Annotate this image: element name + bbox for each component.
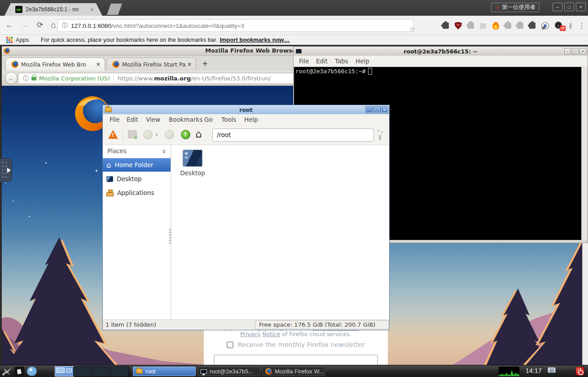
back-button[interactable]: ← (4, 20, 15, 31)
close-button[interactable]: × (576, 3, 586, 11)
close-button[interactable]: × (579, 48, 586, 54)
apps-label[interactable]: Apps (16, 36, 29, 43)
back-button[interactable] (143, 130, 153, 139)
menu-edit[interactable]: Edit (316, 58, 328, 65)
extension-icon[interactable] (517, 22, 523, 29)
address-bar[interactable]: ⓘ 127.0.0.1:6080 /vnc.html?autoconnect=1… (57, 19, 414, 32)
extension-icon[interactable] (529, 22, 535, 29)
menu-go[interactable]: Go (204, 116, 213, 123)
file-manager-titlebar[interactable]: root – □ × (103, 105, 389, 114)
history-dropdown-icon[interactable]: ∨ (155, 132, 158, 137)
email-input[interactable] (214, 355, 378, 365)
privacy-link[interactable]: Privacy (240, 331, 260, 337)
sidebar-item-home[interactable]: ⌂ Home Folder (103, 158, 171, 172)
task-button-filemanager[interactable]: root (133, 367, 196, 376)
tab-close-icon[interactable]: × (96, 61, 101, 67)
app-menu-button[interactable] (2, 367, 12, 376)
taskbar-clock[interactable]: 14:17 (526, 367, 542, 374)
place-label: Desktop (117, 175, 142, 182)
minimize-button[interactable]: – (553, 3, 562, 11)
extension-icon[interactable] (505, 22, 511, 29)
extension-icon[interactable] (443, 22, 449, 29)
newsletter-checkbox[interactable] (227, 342, 233, 348)
profile-badge[interactable]: ⟳ 第一位使用者 (491, 3, 540, 12)
file-label: Desktop (178, 169, 207, 177)
workspace-3[interactable] (92, 367, 110, 376)
bookmark-star-icon[interactable]: ☆ (409, 25, 410, 27)
extension-icon[interactable] (468, 22, 474, 29)
minimize-button[interactable]: – (564, 48, 571, 54)
identity-label[interactable]: Mozilla Corporation (US) (39, 75, 110, 82)
shutdown-button[interactable] (575, 367, 584, 376)
menu-tabs[interactable]: Tabs (335, 58, 348, 65)
sidebar-item-desktop[interactable]: Desktop (103, 172, 171, 186)
taskbar: root root@2e3a7b5... Mozilla Firefox W..… (0, 365, 588, 377)
firefox-icon (265, 368, 272, 375)
window-controls: – □ × (553, 3, 586, 11)
file-manager-launcher[interactable] (14, 367, 24, 376)
minimize-button[interactable]: – (366, 106, 373, 113)
firefox-tab-active[interactable]: Mozilla Firefox Web Bro × (5, 58, 105, 71)
chrome-menu-icon[interactable]: ⋮ (578, 22, 585, 30)
chevron-down-icon: ∨ (162, 145, 166, 157)
menu-file[interactable]: File (299, 58, 309, 65)
menu-view[interactable]: View (146, 116, 160, 123)
chevrons-extension-icon[interactable]: ∨∨ (569, 23, 572, 28)
menu-edit[interactable]: Edit (127, 116, 138, 123)
up-button[interactable]: ↑ (181, 130, 190, 139)
ublock-extension-icon[interactable] (455, 22, 462, 30)
firefox-tab-inactive[interactable]: Mozilla Firefox Start Pag × (106, 58, 196, 71)
reload-button[interactable]: ⟳ (34, 20, 46, 31)
menu-file[interactable]: File (110, 116, 120, 123)
tab-close-icon[interactable]: × (187, 61, 192, 67)
status-bar: 1 item (7 hidden) Free space: 176.5 GiB … (103, 319, 389, 330)
tab-close-icon[interactable]: × (88, 6, 96, 13)
home-button[interactable]: ⌂ (195, 128, 202, 140)
forward-button[interactable]: → (19, 20, 31, 31)
chat-extension-icon[interactable] (541, 22, 549, 29)
back-button[interactable]: ← (5, 72, 18, 84)
workspace-4[interactable] (110, 367, 129, 376)
maximize-button[interactable]: □ (373, 106, 380, 113)
task-button-terminal[interactable]: root@2e3a7b5... (197, 367, 260, 376)
maximize-button[interactable]: □ (564, 3, 574, 11)
terminal-menubar: File Edit Tabs Help (294, 56, 588, 67)
apps-grid-icon[interactable] (6, 37, 13, 43)
import-bookmarks-link[interactable]: Import bookmarks now… (219, 36, 290, 43)
page-info-icon[interactable]: ⓘ (62, 22, 68, 30)
grid-extension-icon[interactable]: ▦ (480, 22, 487, 29)
new-tab-button[interactable] (107, 4, 122, 15)
menu-bookmarks[interactable]: Bookmarks (169, 116, 202, 123)
place-label: Applications (117, 189, 154, 196)
path-entry[interactable]: /root (212, 129, 374, 142)
chrome-tab[interactable]: VNC 2e3a7b566c15:1 - no × (4, 3, 102, 16)
url-path: /vnc.html?autoconnect=1&autoscale=0&qual… (111, 22, 244, 29)
novnc-control-handle[interactable] (0, 158, 12, 182)
new-tab-button[interactable]: + (202, 59, 208, 68)
task-button-firefox[interactable]: Mozilla Firefox W... (262, 367, 325, 376)
lock-screen-button[interactable] (548, 367, 556, 373)
file-list[interactable]: Desktop (171, 145, 389, 319)
workspace-1[interactable] (55, 367, 74, 376)
chrome-tab-title: 2e3a7b566c15:1 - no (26, 6, 87, 13)
sidebar-item-applications[interactable]: Applications (103, 186, 171, 200)
menu-tools[interactable]: Tools (221, 116, 236, 123)
menu-help[interactable]: Help (244, 116, 258, 123)
close-button[interactable]: × (381, 106, 388, 113)
forward-button[interactable] (165, 130, 174, 139)
workspace-2[interactable] (74, 367, 92, 376)
web-browser-launcher[interactable] (27, 367, 37, 376)
privacy-link[interactable]: Notice (262, 331, 280, 337)
file-item-desktop[interactable]: Desktop (178, 150, 207, 177)
new-tab-button[interactable] (128, 130, 137, 138)
jump-to-path-icon[interactable]: ∨ ∨ (377, 130, 386, 140)
menu-help[interactable]: Help (355, 58, 369, 65)
terminal-scrollbar[interactable] (581, 67, 587, 240)
cpu-monitor[interactable] (499, 367, 519, 376)
flame-extension-icon[interactable] (492, 22, 499, 30)
places-header[interactable]: Places ∨ (103, 145, 171, 157)
page-info-icon[interactable]: ⓘ (23, 75, 29, 83)
maximize-button[interactable]: □ (572, 48, 579, 54)
terminal-titlebar[interactable]: root@2e3a7b566c15: ~ – □ × (294, 47, 588, 56)
proxy-extension-icon[interactable]: ↓ off (555, 22, 563, 30)
